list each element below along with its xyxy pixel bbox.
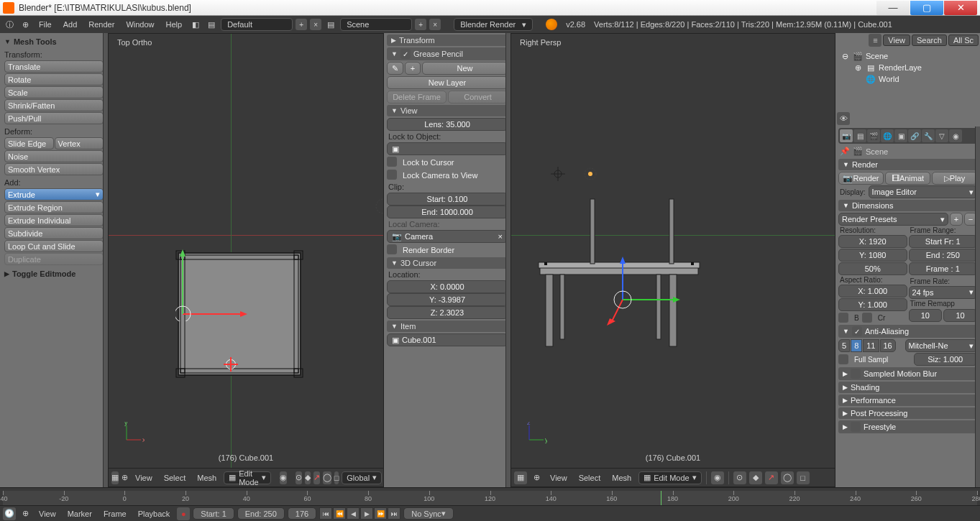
res-x-field[interactable]: X: 1920 xyxy=(838,235,907,248)
slide-edge-button[interactable]: Slide Edge xyxy=(4,137,54,149)
vp2-menu-mesh[interactable]: Mesh xyxy=(608,474,636,482)
aa-check[interactable] xyxy=(852,326,862,336)
aa-5-button[interactable]: 5 xyxy=(838,339,850,352)
editor-type-icon[interactable]: ⓘ xyxy=(3,18,16,31)
aa-filter-dropdown[interactable]: Mitchell-Ne▾ xyxy=(905,339,978,352)
dimensions-panel-header[interactable]: ▼Dimensions xyxy=(838,200,977,211)
vertex-slide-button[interactable]: Vertex xyxy=(55,137,104,149)
cursor-y-field[interactable]: Y: -3.9987 xyxy=(387,293,508,306)
pivot-icon[interactable]: ⊙ xyxy=(296,471,302,484)
play-reverse-button[interactable]: ◀ xyxy=(347,507,360,520)
outliner-search-menu[interactable]: Search xyxy=(912,34,947,46)
item-name-field[interactable]: ▣Cube.001 xyxy=(387,333,508,346)
gizmo-top[interactable] xyxy=(175,249,247,321)
gpencil-new-layer-button[interactable]: New Layer xyxy=(387,76,508,89)
constraint-tab-icon[interactable]: 🔗 xyxy=(908,129,921,142)
start-frame-field[interactable]: Start Fr: 1 xyxy=(909,235,978,248)
shading-icon[interactable]: ◉ xyxy=(280,471,287,484)
loop-cut-button[interactable]: Loop Cut and Slide xyxy=(4,240,104,252)
gpencil-convert-button[interactable]: Convert xyxy=(448,91,508,103)
extrude-region-button[interactable]: Extrude Region xyxy=(4,201,104,213)
remap-new-field[interactable]: 10 xyxy=(943,309,977,322)
toggle-editmode-header[interactable]: ▶Toggle Editmode xyxy=(4,268,104,280)
object-tab-icon[interactable]: ▣ xyxy=(894,129,907,142)
shading-icon2[interactable]: ◉ xyxy=(711,471,724,484)
scale-button[interactable]: Scale xyxy=(4,86,104,98)
tree-world-row[interactable]: 🌐World xyxy=(840,73,976,85)
jump-end-button[interactable]: ⏭ xyxy=(388,507,400,520)
screen-layout-field[interactable]: Default xyxy=(221,18,293,31)
full-sample-check[interactable] xyxy=(838,354,848,364)
lock-cursor-check[interactable] xyxy=(387,157,397,167)
scene-field[interactable]: Scene xyxy=(340,18,412,31)
rotate-button[interactable]: Rotate xyxy=(4,73,104,86)
editor-type-icon2[interactable]: ▦ xyxy=(514,471,527,484)
menu-render[interactable]: Render xyxy=(84,20,119,29)
outliner-restrict-icon[interactable]: 👁 xyxy=(837,112,850,125)
animation-button[interactable]: 🎞Animat xyxy=(885,172,930,185)
grease-pencil-header[interactable]: ▼Grease Pencil xyxy=(387,47,508,60)
timeline-editor-icon[interactable]: 🕐 xyxy=(3,507,16,520)
smooth-vertex-button[interactable]: Smooth Vertex xyxy=(4,163,104,175)
material-tab-icon[interactable]: ◉ xyxy=(949,129,962,142)
vp-menu-select[interactable]: Select xyxy=(160,474,191,482)
lock-object-field[interactable]: ▣ xyxy=(387,142,508,155)
post-processing-header[interactable]: ▶Post Processing xyxy=(838,407,977,419)
duplicate-button[interactable]: Duplicate xyxy=(4,253,104,265)
editor-type-3dview-icon[interactable]: ▦ xyxy=(111,471,119,484)
timeline-collapse-icon[interactable]: ⊕ xyxy=(19,507,32,520)
scene-add-button[interactable]: + xyxy=(415,19,426,30)
end-frame-field[interactable]: End : 250 xyxy=(909,249,978,262)
outliner-filter-dropdown[interactable]: All Sc xyxy=(948,34,979,46)
aspect-y-field[interactable]: Y: 1.000 xyxy=(838,298,907,311)
render-presets-dropdown[interactable]: Render Presets▾ xyxy=(838,213,948,226)
aa-11-button[interactable]: 11 xyxy=(863,339,879,352)
display-dropdown[interactable]: Image Editor▾ xyxy=(869,185,977,198)
layout-browse-icon[interactable]: ▤ xyxy=(205,18,218,31)
scale-gizmo-icon2[interactable]: □ xyxy=(797,471,810,484)
local-camera-field[interactable]: 📷Camera× xyxy=(387,230,508,243)
vp-menu-mesh[interactable]: Mesh xyxy=(193,474,221,482)
viewport-top[interactable]: Top Ortho x xyxy=(108,33,384,487)
aa-16-button[interactable]: 16 xyxy=(880,339,896,352)
mode-dropdown[interactable]: ▦ Edit Mode ▾ xyxy=(224,471,271,484)
cursor-x-field[interactable]: X: 0.0000 xyxy=(387,280,508,293)
tl-start-field[interactable]: Start: 1 xyxy=(193,507,234,520)
data-tab-icon[interactable]: ▽ xyxy=(935,129,948,142)
res-pct-field[interactable]: 50% xyxy=(838,262,907,275)
cursor-panel-header[interactable]: ▼3D Cursor xyxy=(387,257,508,269)
push-pull-button[interactable]: Push/Pull xyxy=(4,112,104,124)
tree-scene-row[interactable]: ⊖🎬Scene xyxy=(840,50,976,62)
vp2-menu-select[interactable]: Select xyxy=(574,474,605,482)
render-button[interactable]: 📷Render xyxy=(838,172,884,185)
tl-current-field[interactable]: 176 xyxy=(288,507,316,520)
vp2-mode-dropdown[interactable]: ▦ Edit Mode ▾ xyxy=(638,471,702,484)
orientation-dropdown[interactable]: Global ▾ xyxy=(342,471,382,484)
translate-button[interactable]: Translate xyxy=(4,60,104,73)
play-button[interactable]: ▷ Play xyxy=(932,172,977,185)
noise-button[interactable]: Noise xyxy=(4,150,104,162)
manipulator-icon[interactable]: ◆ xyxy=(305,471,311,484)
layout-del-button[interactable]: × xyxy=(310,19,321,30)
scale-gizmo-icon[interactable]: □ xyxy=(334,471,339,484)
tl-menu-frame[interactable]: Frame xyxy=(99,510,131,518)
tl-menu-marker[interactable]: Marker xyxy=(63,510,96,518)
tl-menu-playback[interactable]: Playback xyxy=(134,510,175,518)
motion-check[interactable] xyxy=(851,369,861,379)
keyframe-prev-button[interactable]: ⏪ xyxy=(333,507,346,520)
res-y-field[interactable]: Y: 1080 xyxy=(838,249,907,262)
freestyle-header[interactable]: ▶Freestyle xyxy=(838,420,977,433)
gpencil-delete-frame-button[interactable]: Delete Frame xyxy=(387,91,447,103)
tree-renderlayers-row[interactable]: ⊕▤RenderLaye xyxy=(840,62,976,73)
aa-8-button[interactable]: 8 xyxy=(851,339,862,352)
aa-panel-header[interactable]: ▼Anti-Aliasing xyxy=(838,325,977,338)
manipulator-icon2[interactable]: ◆ xyxy=(749,471,762,484)
grease-check-icon[interactable] xyxy=(400,49,411,59)
cursor-z-field[interactable]: Z: 2.3023 xyxy=(387,306,508,319)
outliner-type-icon[interactable]: ≡ xyxy=(869,34,881,47)
vp-menu-view[interactable]: View xyxy=(131,474,157,482)
sync-mode-dropdown[interactable]: No Sync ▾ xyxy=(403,507,454,520)
play-forward-button[interactable]: ▶ xyxy=(360,507,373,520)
jump-start-button[interactable]: ⏮ xyxy=(319,507,332,520)
aspect-x-field[interactable]: X: 1.000 xyxy=(838,285,907,298)
